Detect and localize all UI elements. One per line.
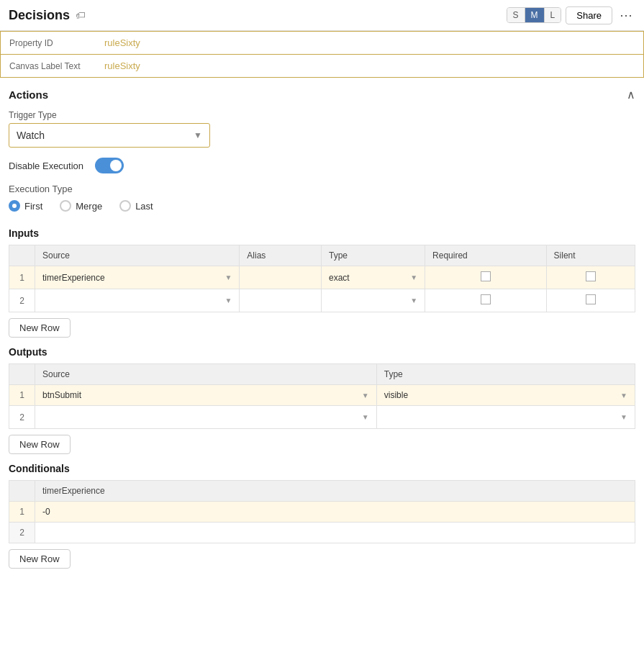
outputs-row1-num: 1 <box>9 385 35 406</box>
outputs-row1-type[interactable]: visible ▼ <box>376 385 635 406</box>
table-row: 2 ▼ ▼ <box>9 406 635 429</box>
disable-execution-row: Disable Execution <box>9 158 635 173</box>
conditionals-header-row: timerExperience <box>9 481 635 502</box>
size-btn-s[interactable]: S <box>507 8 525 22</box>
trigger-type-value: Watch <box>17 130 45 141</box>
table-row: 1 -0 <box>9 502 635 523</box>
radio-last-label: Last <box>135 201 153 212</box>
inputs-row1-required[interactable] <box>425 266 547 289</box>
radio-first[interactable]: First <box>9 200 42 212</box>
outputs-col-source: Source <box>35 364 377 385</box>
chevron-down-icon: ▼ <box>362 392 369 399</box>
chevron-down-icon: ▼ <box>225 297 232 304</box>
silent-checkbox[interactable] <box>586 271 596 281</box>
outputs-row2-source[interactable]: ▼ <box>35 406 377 429</box>
radio-last[interactable]: Last <box>119 200 153 212</box>
property-id-value[interactable]: ruleSixty <box>104 37 140 48</box>
size-btn-l[interactable]: L <box>545 8 561 22</box>
more-button[interactable]: ⋯ <box>617 6 635 24</box>
outputs-row2-type[interactable]: ▼ <box>376 406 635 429</box>
required-checkbox[interactable] <box>481 271 491 281</box>
conditionals-section: Conditionals timerExperience 1 -0 2 Ne <box>0 463 644 577</box>
outputs-col-type: Type <box>376 364 635 385</box>
chevron-down-icon: ▼ <box>620 392 627 399</box>
radio-merge-label: Merge <box>76 201 102 212</box>
inputs-col-num <box>9 245 35 266</box>
table-row: 1 btnSubmit ▼ visible ▼ <box>9 385 635 406</box>
share-button[interactable]: Share <box>566 6 612 24</box>
inputs-row1-alias[interactable] <box>240 266 322 289</box>
outputs-new-row-button[interactable]: New Row <box>9 435 71 454</box>
radio-merge-circle <box>60 200 71 212</box>
inputs-table-container: Source Alias Type Required Silent 1 time… <box>9 245 635 312</box>
inputs-row2-source[interactable]: ▼ <box>35 289 240 312</box>
actions-title: Actions <box>9 89 48 101</box>
table-row: 1 timerExperience ▼ exact ▼ <box>9 266 635 289</box>
chevron-down-icon: ▼ <box>620 413 627 421</box>
header-right: S M L Share ⋯ <box>507 6 635 24</box>
outputs-table: Source Type 1 btnSubmit ▼ visible <box>9 363 635 429</box>
canvas-label-value[interactable]: ruleSixty <box>104 60 140 71</box>
chevron-down-icon: ▼ <box>362 413 369 421</box>
inputs-row2-num: 2 <box>9 289 35 312</box>
required-checkbox[interactable] <box>481 294 491 304</box>
outputs-header-row: Source Type <box>9 364 635 385</box>
inputs-col-required: Required <box>425 245 547 266</box>
radio-first-label: First <box>24 201 42 212</box>
outputs-title: Outputs <box>9 346 635 358</box>
inputs-col-silent: Silent <box>546 245 635 266</box>
cond-row1-value[interactable]: -0 <box>35 502 635 523</box>
inputs-table: Source Alias Type Required Silent 1 time… <box>9 245 635 312</box>
chevron-down-icon: ▼ <box>410 274 417 281</box>
trigger-type-label: Trigger Type <box>9 110 635 120</box>
silent-checkbox[interactable] <box>586 294 596 304</box>
inputs-row1-source[interactable]: timerExperience ▼ <box>35 266 240 289</box>
table-row: 2 <box>9 523 635 543</box>
canvas-label-field: Canvas Label Text ruleSixty <box>0 55 644 78</box>
outputs-table-container: Source Type 1 btnSubmit ▼ visible <box>9 363 635 429</box>
conditionals-table-container: timerExperience 1 -0 2 <box>9 480 635 543</box>
inputs-title: Inputs <box>9 227 635 239</box>
radio-merge[interactable]: Merge <box>60 200 102 212</box>
cond-row2-num: 2 <box>9 523 35 543</box>
inputs-col-alias: Alias <box>240 245 322 266</box>
cond-row2-value[interactable] <box>35 523 635 543</box>
radio-first-circle <box>9 200 20 212</box>
trigger-type-select[interactable]: Watch ▼ <box>9 123 210 148</box>
chevron-down-icon: ▼ <box>194 130 202 140</box>
size-btn-m[interactable]: M <box>525 8 545 22</box>
inputs-row2-silent[interactable] <box>546 289 635 312</box>
inputs-new-row-button[interactable]: New Row <box>9 318 71 338</box>
execution-type-radio-group: First Merge Last <box>9 200 635 212</box>
radio-last-circle <box>119 200 131 212</box>
inputs-col-source: Source <box>35 245 240 266</box>
conditionals-title: Conditionals <box>9 463 635 474</box>
outputs-row1-source[interactable]: btnSubmit ▼ <box>35 385 377 406</box>
outputs-row2-num: 2 <box>9 406 35 429</box>
chevron-down-icon: ▼ <box>410 297 417 304</box>
conditionals-new-row-button[interactable]: New Row <box>9 549 71 569</box>
disable-execution-toggle[interactable] <box>95 158 124 173</box>
property-id-field: Property ID ruleSixty <box>0 31 644 55</box>
conditionals-col-num <box>9 481 35 502</box>
inputs-row2-required[interactable] <box>425 289 547 312</box>
canvas-label-label: Canvas Label Text <box>9 61 96 71</box>
inputs-row1-silent[interactable] <box>546 266 635 289</box>
outputs-col-num <box>9 364 35 385</box>
size-btn-group: S M L <box>507 7 562 23</box>
trigger-type-group: Trigger Type Watch ▼ <box>9 110 635 148</box>
actions-section-header: Actions ∧ <box>9 88 635 101</box>
execution-type-row: Execution Type First Merge Last <box>9 184 635 212</box>
inputs-row2-type[interactable]: ▼ <box>322 289 425 312</box>
inputs-row1-num: 1 <box>9 266 35 289</box>
actions-section: Actions ∧ Trigger Type Watch ▼ Disable E… <box>0 78 644 227</box>
collapse-actions-button[interactable]: ∧ <box>627 88 635 101</box>
execution-type-label: Execution Type <box>9 184 635 194</box>
tag-icon[interactable]: 🏷 <box>76 9 86 21</box>
property-id-label: Property ID <box>9 38 96 48</box>
inputs-row1-type[interactable]: exact ▼ <box>322 266 425 289</box>
table-row: 2 ▼ ▼ <box>9 289 635 312</box>
inputs-row2-alias[interactable] <box>240 289 322 312</box>
outputs-section: Outputs Source Type 1 btnSubmit ▼ <box>0 346 644 463</box>
conditionals-table: timerExperience 1 -0 2 <box>9 480 635 543</box>
